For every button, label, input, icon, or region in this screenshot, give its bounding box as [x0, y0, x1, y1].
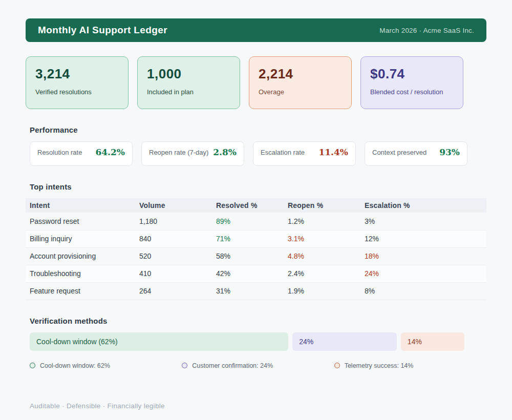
- stat-value: 1,000: [147, 66, 240, 82]
- cell-resolved: 71%: [216, 230, 288, 247]
- legend-item-cooldown: Cool-down window: 62%: [30, 362, 182, 369]
- cell-volume: 264: [139, 282, 216, 300]
- green-circle-icon: [30, 363, 35, 368]
- bar-segment-telemetry: 14%: [401, 332, 464, 351]
- metric-value: 64.2%: [95, 147, 125, 157]
- metric-label: Escalation rate: [261, 149, 305, 156]
- table-row: Feature request 264 31% 1.9% 8%: [26, 282, 486, 300]
- legend-item-customer-confirmation: Customer confirmation: 24%: [182, 362, 334, 369]
- cell-reopen: 2.4%: [288, 265, 365, 282]
- stat-value: 3,214: [35, 66, 128, 82]
- header-period-company: March 2026 · Acme SaaS Inc.: [379, 27, 474, 34]
- metric-context-preserved: Context preserved 93%: [365, 141, 467, 166]
- stat-card-overage: 2,214 Overage: [249, 56, 352, 109]
- performance-heading: Performance: [30, 125, 486, 134]
- intents-table: Intent Volume Resolved % Reopen % Escala…: [26, 198, 486, 300]
- cell-reopen: 4.8%: [288, 247, 365, 265]
- legend-label: Telemetry success: 14%: [345, 362, 414, 369]
- verification-stacked-bar: Cool-down window (62%) 24% 14%: [30, 332, 464, 351]
- intents-table-header: Intent Volume Resolved % Reopen % Escala…: [26, 198, 486, 213]
- cell-intent: Account provisioning: [26, 247, 139, 265]
- cell-resolved: 31%: [216, 282, 288, 300]
- metric-value: 11.4%: [318, 147, 348, 157]
- cell-escalation: 18%: [365, 247, 486, 265]
- bar-segment-customer-confirmation: 24%: [292, 332, 397, 351]
- stat-card-blended-cost: $0.74 Blended cost / resolution: [360, 56, 463, 109]
- table-row: Troubleshooting 410 42% 2.4% 24%: [26, 265, 486, 282]
- cell-volume: 520: [139, 247, 216, 265]
- table-row: Account provisioning 520 58% 4.8% 18%: [26, 247, 486, 265]
- legend-label: Cool-down window: 62%: [40, 362, 110, 369]
- metric-value: 93%: [439, 147, 460, 157]
- performance-metric-row: Resolution rate 64.2% Reopen rate (7-day…: [30, 141, 486, 166]
- column-header-resolved: Resolved %: [216, 198, 288, 213]
- stat-label: Blended cost / resolution: [370, 88, 463, 96]
- table-row: Billing inquiry 840 71% 3.1% 12%: [26, 230, 486, 247]
- cell-intent: Billing inquiry: [26, 230, 139, 247]
- cell-volume: 1,180: [139, 213, 216, 230]
- cell-resolved: 58%: [216, 247, 288, 265]
- cell-volume: 410: [139, 265, 216, 282]
- column-header-escalation: Escalation %: [365, 198, 486, 213]
- cell-reopen: 1.2%: [288, 213, 365, 230]
- cell-intent: Password reset: [26, 213, 139, 230]
- metric-label: Context preserved: [372, 149, 426, 156]
- cell-escalation: 24%: [365, 265, 486, 282]
- metric-label: Resolution rate: [37, 149, 82, 156]
- stat-label: Verified resolutions: [35, 88, 128, 96]
- page-title: Monthly AI Support Ledger: [38, 25, 167, 36]
- stat-card-included-in-plan: 1,000 Included in plan: [137, 56, 240, 109]
- legend-item-telemetry: Telemetry success: 14%: [334, 362, 486, 369]
- footer-tagline: Auditable · Defensible · Financially leg…: [30, 402, 486, 410]
- cell-intent: Feature request: [26, 282, 139, 300]
- metric-reopen-rate: Reopen rate (7-day) 2.8%: [141, 141, 244, 166]
- ledger-page: Monthly AI Support Ledger March 2026 · A…: [26, 18, 486, 410]
- table-row: Password reset 1,180 89% 1.2% 3%: [26, 213, 486, 230]
- verification-heading: Verification methods: [30, 317, 486, 325]
- column-header-reopen: Reopen %: [288, 198, 365, 213]
- intents-table-body: Password reset 1,180 89% 1.2% 3% Billing…: [26, 213, 486, 300]
- header-bar: Monthly AI Support Ledger March 2026 · A…: [26, 18, 486, 42]
- purple-circle-icon: [182, 363, 187, 368]
- top-intents-heading: Top intents: [30, 182, 486, 191]
- cell-escalation: 12%: [365, 230, 486, 247]
- legend-label: Customer confirmation: 24%: [192, 362, 273, 369]
- metric-resolution-rate: Resolution rate 64.2%: [30, 141, 133, 166]
- cell-intent: Troubleshooting: [26, 265, 139, 282]
- stat-label: Included in plan: [147, 88, 240, 96]
- metric-label: Reopen rate (7-day): [149, 149, 208, 156]
- stat-label: Overage: [259, 88, 351, 96]
- cell-resolved: 89%: [216, 213, 288, 230]
- stat-card-row: 3,214 Verified resolutions 1,000 Include…: [26, 56, 486, 109]
- header-row: Intent Volume Resolved % Reopen % Escala…: [26, 198, 486, 213]
- cell-escalation: 3%: [365, 213, 486, 230]
- cell-resolved: 42%: [216, 265, 288, 282]
- stat-value: 2,214: [259, 66, 351, 82]
- stat-card-verified-resolutions: 3,214 Verified resolutions: [26, 56, 129, 109]
- column-header-volume: Volume: [139, 198, 216, 213]
- stat-value: $0.74: [370, 66, 463, 82]
- cell-volume: 840: [139, 230, 216, 247]
- cell-reopen: 1.9%: [288, 282, 365, 300]
- metric-escalation-rate: Escalation rate 11.4%: [253, 141, 356, 166]
- cell-escalation: 8%: [365, 282, 486, 300]
- verification-legend: Cool-down window: 62% Customer confirmat…: [30, 362, 486, 369]
- orange-circle-icon: [334, 363, 340, 368]
- bar-segment-cooldown: Cool-down window (62%): [30, 332, 288, 351]
- column-header-intent: Intent: [26, 198, 139, 213]
- metric-value: 2.8%: [213, 147, 237, 157]
- cell-reopen: 3.1%: [288, 230, 365, 247]
